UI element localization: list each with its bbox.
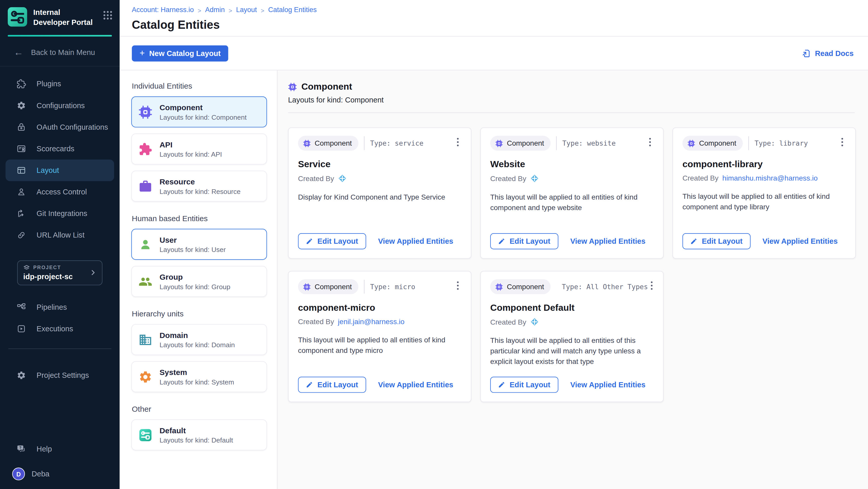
component-chip-icon: [303, 283, 311, 291]
edit-layout-button[interactable]: Edit Layout: [298, 377, 366, 393]
layout-description: This layout will be applied to all entit…: [298, 335, 461, 356]
app-title: Internal Developer Portal: [33, 7, 95, 27]
system-gear-icon: [138, 370, 152, 384]
badge-label: Component: [507, 139, 544, 147]
back-to-main-menu[interactable]: ← Back to Main Menu: [0, 37, 120, 66]
read-docs-label: Read Docs: [815, 49, 854, 57]
sidebar-item-pipelines[interactable]: Pipelines: [6, 296, 114, 318]
type-prefix: Type:: [562, 283, 583, 291]
page-header: Account: Harness.io > Admin > Layout > C…: [120, 0, 868, 36]
edit-layout-button[interactable]: Edit Layout: [682, 233, 750, 249]
sidebar-item-plugins[interactable]: Plugins: [6, 73, 114, 95]
kind-badge: Component: [298, 135, 359, 151]
component-chip-icon: [687, 139, 695, 147]
sidebar-item-oauth-configurations[interactable]: OAuth Configurations: [6, 116, 114, 138]
sidebar-item-url-allow-list[interactable]: URL Allow List: [6, 224, 114, 246]
view-applied-entities-link[interactable]: View Applied Entities: [763, 237, 838, 245]
sidebar-item-label: Configurations: [36, 101, 85, 110]
card-menu-button[interactable]: [648, 279, 655, 292]
sidebar-nav: Plugins Configurations OAuth Configurati…: [0, 66, 120, 246]
creator-email-link[interactable]: himanshu.mishra@harness.io: [722, 174, 818, 182]
layout-card-component-library: Component Type: library component-librar…: [673, 127, 856, 258]
component-chip-icon: [303, 139, 311, 147]
sidebar-item-label: Executions: [36, 325, 73, 333]
sidebar-item-label: Access Control: [36, 188, 87, 196]
sidebar-item-executions[interactable]: Executions: [6, 318, 114, 339]
entity-desc: Layouts for kind: System: [159, 378, 234, 386]
pencil-icon: [498, 238, 505, 245]
sidebar-item-layout[interactable]: Layout: [6, 159, 114, 181]
pencil-icon: [306, 238, 313, 245]
type-prefix: Type:: [754, 139, 775, 147]
sidebar-item-git-integrations[interactable]: Git Integrations: [6, 203, 114, 224]
new-catalog-layout-button[interactable]: + New Catalog Layout: [132, 45, 228, 61]
breadcrumb-admin[interactable]: Admin: [205, 6, 225, 14]
layout-title: component-library: [682, 159, 846, 170]
breadcrumb-separator: >: [198, 6, 202, 13]
pencil-icon: [306, 381, 313, 388]
gears-icon: [17, 101, 26, 111]
entity-desc: Layouts for kind: Group: [159, 283, 230, 291]
entity-item-group[interactable]: Group Layouts for kind: Group: [131, 266, 267, 297]
read-docs-link[interactable]: Read Docs: [802, 49, 854, 58]
entity-item-user[interactable]: User Layouts for kind: User: [131, 229, 267, 260]
component-chip-icon: [288, 82, 297, 91]
divider: [288, 113, 855, 113]
card-menu-button[interactable]: [454, 135, 462, 148]
card-menu-button[interactable]: [646, 135, 654, 148]
sidebar-item-project-settings[interactable]: Project Settings: [6, 365, 114, 386]
user-menu[interactable]: D Deba: [0, 468, 120, 489]
gear-icon: [17, 371, 26, 380]
breadcrumb-catalog-entities[interactable]: Catalog Entities: [268, 6, 317, 14]
entity-desc: Layouts for kind: API: [159, 151, 222, 158]
svg-text:?: ?: [19, 446, 22, 450]
created-by-label: Created By: [490, 174, 526, 182]
card-menu-button[interactable]: [838, 135, 846, 148]
entity-item-default[interactable]: Default Layouts for kind: Default: [131, 419, 267, 451]
view-applied-entities-link[interactable]: View Applied Entities: [570, 380, 646, 389]
sidebar-item-help[interactable]: ? Help: [6, 438, 114, 460]
edit-layout-label: Edit Layout: [509, 237, 550, 245]
entity-title: Resource: [159, 177, 241, 186]
sidebar-item-scorecards[interactable]: Scorecards: [6, 138, 114, 159]
entity-item-system[interactable]: System Layouts for kind: System: [131, 361, 267, 392]
breadcrumb-separator: >: [228, 6, 232, 13]
kind-title: Component: [301, 82, 352, 92]
sidebar: Internal Developer Portal ← Back to Main…: [0, 0, 120, 489]
sidebar-item-configurations[interactable]: Configurations: [6, 95, 114, 116]
layout-description: This layout will be applied to all entit…: [682, 192, 846, 212]
sidebar-footer: ? Help: [0, 431, 120, 460]
entity-item-component[interactable]: Component Layouts for kind: Component: [131, 96, 267, 127]
view-applied-entities-link[interactable]: View Applied Entities: [378, 237, 453, 245]
card-menu-button[interactable]: [454, 279, 462, 292]
sidebar-item-label: URL Allow List: [36, 231, 85, 239]
entity-item-resource[interactable]: Resource Layouts for kind: Resource: [131, 171, 267, 202]
sidebar-item-label: Pipelines: [36, 303, 67, 311]
type-prefix: Type:: [370, 283, 391, 291]
breadcrumb-layout[interactable]: Layout: [236, 6, 257, 14]
new-catalog-layout-label: New Catalog Layout: [149, 49, 221, 57]
view-applied-entities-link[interactable]: View Applied Entities: [378, 380, 453, 389]
layout-card-component-micro: Component Type: micro component-micro Cr…: [288, 271, 471, 402]
view-applied-entities-link[interactable]: View Applied Entities: [570, 237, 646, 245]
sidebar-item-label: Layout: [36, 166, 59, 174]
creator-email-link[interactable]: jenil.jain@harness.io: [338, 317, 404, 326]
project-selector[interactable]: PROJECT idp-project-sc: [17, 261, 102, 285]
api-puzzle-icon: [138, 142, 152, 156]
edit-layout-button[interactable]: Edit Layout: [490, 233, 558, 249]
type-value: micro: [395, 283, 415, 291]
resource-briefcase-icon: [138, 179, 152, 193]
chevron-right-icon: [90, 269, 96, 276]
breadcrumb-account[interactable]: Account: Harness.io: [132, 6, 194, 14]
divider: [364, 136, 365, 150]
app-grid-icon[interactable]: [103, 10, 113, 20]
sidebar-item-access-control[interactable]: Access Control: [6, 181, 114, 203]
divider: [364, 280, 365, 294]
layout-title: component-micro: [298, 303, 461, 313]
entity-item-api[interactable]: API Layouts for kind: API: [131, 133, 267, 164]
badge-label: Component: [507, 282, 544, 291]
entity-item-domain[interactable]: Domain Layouts for kind: Domain: [131, 324, 267, 355]
edit-layout-button[interactable]: Edit Layout: [298, 233, 366, 249]
edit-layout-button[interactable]: Edit Layout: [490, 377, 558, 393]
pencil-icon: [498, 381, 505, 388]
